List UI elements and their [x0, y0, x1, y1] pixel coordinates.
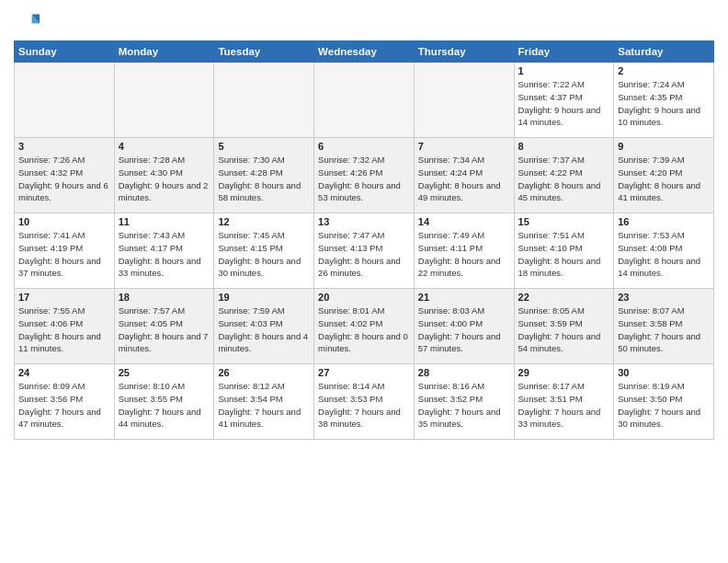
- calendar-cell: 21Sunrise: 8:03 AM Sunset: 4:00 PM Dayli…: [414, 289, 514, 364]
- day-number: 19: [218, 292, 310, 303]
- day-number: 24: [18, 367, 110, 378]
- day-info: Sunrise: 7:26 AM Sunset: 4:32 PM Dayligh…: [18, 154, 110, 204]
- day-number: 25: [119, 367, 210, 378]
- calendar-cell: 18Sunrise: 7:57 AM Sunset: 4:05 PM Dayli…: [114, 289, 214, 364]
- day-info: Sunrise: 7:53 AM Sunset: 4:08 PM Dayligh…: [618, 229, 710, 280]
- calendar-cell: [314, 63, 415, 138]
- day-info: Sunrise: 7:57 AM Sunset: 4:05 PM Dayligh…: [119, 304, 210, 355]
- day-info: Sunrise: 8:10 AM Sunset: 3:55 PM Dayligh…: [119, 380, 210, 431]
- calendar-cell: 30Sunrise: 8:19 AM Sunset: 3:50 PM Dayli…: [614, 364, 714, 440]
- day-info: Sunrise: 7:22 AM Sunset: 4:37 PM Dayligh…: [518, 78, 610, 129]
- calendar-cell: 3Sunrise: 7:26 AM Sunset: 4:32 PM Daylig…: [15, 138, 115, 213]
- calendar-cell: 14Sunrise: 7:49 AM Sunset: 4:11 PM Dayli…: [414, 213, 514, 289]
- calendar-cell: 29Sunrise: 8:17 AM Sunset: 3:51 PM Dayli…: [514, 364, 614, 440]
- day-info: Sunrise: 8:17 AM Sunset: 3:51 PM Dayligh…: [518, 380, 610, 431]
- day-info: Sunrise: 8:05 AM Sunset: 3:59 PM Dayligh…: [518, 304, 610, 355]
- calendar-cell: 23Sunrise: 8:07 AM Sunset: 3:58 PM Dayli…: [614, 289, 714, 364]
- calendar-cell: 16Sunrise: 7:53 AM Sunset: 4:08 PM Dayli…: [614, 213, 714, 289]
- day-number: 12: [218, 216, 310, 227]
- day-number: 4: [119, 141, 210, 152]
- day-info: Sunrise: 7:24 AM Sunset: 4:35 PM Dayligh…: [618, 78, 710, 129]
- day-info: Sunrise: 7:41 AM Sunset: 4:19 PM Dayligh…: [18, 229, 110, 280]
- day-info: Sunrise: 8:07 AM Sunset: 3:58 PM Dayligh…: [618, 304, 710, 355]
- calendar-week-row: 24Sunrise: 8:09 AM Sunset: 3:56 PM Dayli…: [15, 364, 714, 440]
- calendar-week-row: 3Sunrise: 7:26 AM Sunset: 4:32 PM Daylig…: [15, 138, 714, 213]
- day-info: Sunrise: 8:03 AM Sunset: 4:00 PM Dayligh…: [418, 304, 510, 355]
- day-number: 17: [18, 292, 110, 303]
- calendar-cell: 28Sunrise: 8:16 AM Sunset: 3:52 PM Dayli…: [414, 364, 514, 440]
- calendar-cell: 26Sunrise: 8:12 AM Sunset: 3:54 PM Dayli…: [214, 364, 314, 440]
- day-number: 23: [618, 292, 710, 303]
- day-number: 27: [318, 367, 410, 378]
- calendar-header-row: SundayMondayTuesdayWednesdayThursdayFrid…: [15, 41, 714, 63]
- logo: [14, 9, 43, 35]
- day-number: 30: [618, 367, 710, 378]
- calendar-cell: 25Sunrise: 8:10 AM Sunset: 3:55 PM Dayli…: [114, 364, 214, 440]
- day-number: 8: [518, 141, 610, 152]
- calendar-cell: 6Sunrise: 7:32 AM Sunset: 4:26 PM Daylig…: [314, 138, 415, 213]
- day-number: 10: [18, 216, 110, 227]
- day-number: 5: [218, 141, 310, 152]
- day-number: 22: [518, 292, 610, 303]
- col-header-thursday: Thursday: [414, 41, 514, 63]
- day-info: Sunrise: 7:30 AM Sunset: 4:28 PM Dayligh…: [218, 154, 310, 204]
- calendar-cell: 5Sunrise: 7:30 AM Sunset: 4:28 PM Daylig…: [214, 138, 314, 213]
- col-header-sunday: Sunday: [15, 41, 115, 63]
- calendar-cell: 7Sunrise: 7:34 AM Sunset: 4:24 PM Daylig…: [414, 138, 514, 213]
- day-number: 1: [518, 65, 610, 76]
- day-info: Sunrise: 7:59 AM Sunset: 4:03 PM Dayligh…: [218, 304, 310, 355]
- day-info: Sunrise: 7:32 AM Sunset: 4:26 PM Dayligh…: [318, 154, 410, 204]
- day-info: Sunrise: 8:09 AM Sunset: 3:56 PM Dayligh…: [18, 380, 110, 431]
- calendar-cell: 17Sunrise: 7:55 AM Sunset: 4:06 PM Dayli…: [15, 289, 115, 364]
- day-info: Sunrise: 7:28 AM Sunset: 4:30 PM Dayligh…: [119, 154, 210, 204]
- calendar-cell: 10Sunrise: 7:41 AM Sunset: 4:19 PM Dayli…: [15, 213, 115, 289]
- day-info: Sunrise: 8:19 AM Sunset: 3:50 PM Dayligh…: [618, 380, 710, 431]
- calendar-cell: 11Sunrise: 7:43 AM Sunset: 4:17 PM Dayli…: [114, 213, 214, 289]
- day-number: 9: [618, 141, 710, 152]
- calendar-cell: 24Sunrise: 8:09 AM Sunset: 3:56 PM Dayli…: [15, 364, 115, 440]
- day-info: Sunrise: 7:43 AM Sunset: 4:17 PM Dayligh…: [119, 229, 210, 280]
- col-header-friday: Friday: [514, 41, 614, 63]
- day-info: Sunrise: 7:45 AM Sunset: 4:15 PM Dayligh…: [218, 229, 310, 280]
- day-info: Sunrise: 7:39 AM Sunset: 4:20 PM Dayligh…: [618, 154, 710, 204]
- col-header-tuesday: Tuesday: [214, 41, 314, 63]
- day-number: 11: [119, 216, 210, 227]
- calendar-cell: 22Sunrise: 8:05 AM Sunset: 3:59 PM Dayli…: [514, 289, 614, 364]
- calendar-cell: 9Sunrise: 7:39 AM Sunset: 4:20 PM Daylig…: [614, 138, 714, 213]
- day-number: 6: [318, 141, 410, 152]
- page: SundayMondayTuesdayWednesdayThursdayFrid…: [0, 0, 728, 563]
- calendar-cell: 8Sunrise: 7:37 AM Sunset: 4:22 PM Daylig…: [514, 138, 614, 213]
- day-number: 16: [618, 216, 710, 227]
- calendar-cell: 20Sunrise: 8:01 AM Sunset: 4:02 PM Dayli…: [314, 289, 415, 364]
- day-info: Sunrise: 7:55 AM Sunset: 4:06 PM Dayligh…: [18, 304, 110, 355]
- calendar-table: SundayMondayTuesdayWednesdayThursdayFrid…: [14, 40, 714, 440]
- header: [14, 9, 714, 35]
- day-number: 21: [418, 292, 510, 303]
- col-header-wednesday: Wednesday: [314, 41, 415, 63]
- day-number: 26: [218, 367, 310, 378]
- calendar-cell: 12Sunrise: 7:45 AM Sunset: 4:15 PM Dayli…: [214, 213, 314, 289]
- col-header-monday: Monday: [114, 41, 214, 63]
- day-info: Sunrise: 8:14 AM Sunset: 3:53 PM Dayligh…: [318, 380, 410, 431]
- day-number: 20: [318, 292, 410, 303]
- calendar-cell: [414, 63, 514, 138]
- day-info: Sunrise: 7:47 AM Sunset: 4:13 PM Dayligh…: [318, 229, 410, 280]
- calendar-cell: 15Sunrise: 7:51 AM Sunset: 4:10 PM Dayli…: [514, 213, 614, 289]
- day-info: Sunrise: 7:34 AM Sunset: 4:24 PM Dayligh…: [418, 154, 510, 204]
- calendar-cell: 4Sunrise: 7:28 AM Sunset: 4:30 PM Daylig…: [114, 138, 214, 213]
- day-info: Sunrise: 7:37 AM Sunset: 4:22 PM Dayligh…: [518, 154, 610, 204]
- day-number: 7: [418, 141, 510, 152]
- day-number: 28: [418, 367, 510, 378]
- calendar-week-row: 1Sunrise: 7:22 AM Sunset: 4:37 PM Daylig…: [15, 63, 714, 138]
- day-number: 2: [618, 65, 710, 76]
- day-info: Sunrise: 8:12 AM Sunset: 3:54 PM Dayligh…: [218, 380, 310, 431]
- day-info: Sunrise: 7:51 AM Sunset: 4:10 PM Dayligh…: [518, 229, 610, 280]
- calendar-cell: [114, 63, 214, 138]
- col-header-saturday: Saturday: [614, 41, 714, 63]
- day-number: 14: [418, 216, 510, 227]
- day-info: Sunrise: 7:49 AM Sunset: 4:11 PM Dayligh…: [418, 229, 510, 280]
- calendar-cell: 27Sunrise: 8:14 AM Sunset: 3:53 PM Dayli…: [314, 364, 415, 440]
- calendar-cell: 1Sunrise: 7:22 AM Sunset: 4:37 PM Daylig…: [514, 63, 614, 138]
- day-number: 29: [518, 367, 610, 378]
- day-info: Sunrise: 8:01 AM Sunset: 4:02 PM Dayligh…: [318, 304, 410, 355]
